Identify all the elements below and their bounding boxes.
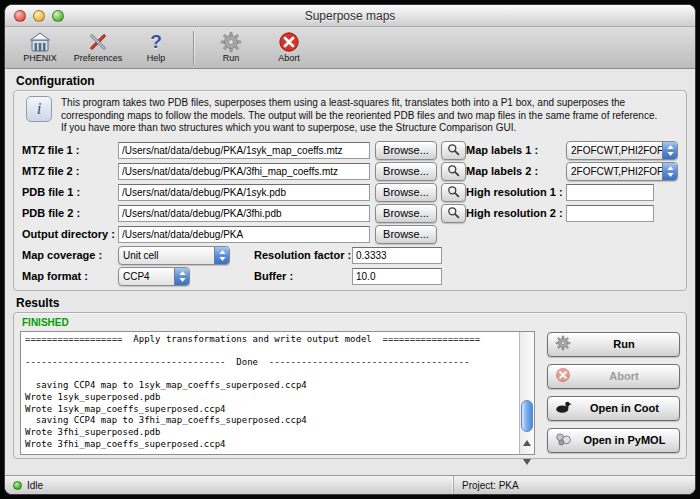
output-directory-browse-button[interactable]: Browse... — [375, 225, 437, 244]
map-labels-1-dropdown[interactable]: 2FOFCWT,PHI2FOF... — [566, 141, 678, 160]
toolbar-item-run[interactable]: Run — [202, 29, 260, 63]
pdb-file-1-input[interactable] — [118, 184, 370, 201]
mtz-file-2-row: MTZ file 2 : Browse... Map labels 2 : — [22, 161, 678, 182]
toolbar-item-preferences[interactable]: Preferences — [69, 29, 127, 63]
abort-button-label: Abort — [576, 370, 672, 382]
mtz-file-2-label: MTZ file 2 : — [22, 165, 118, 177]
toolbar-label-abort: Abort — [278, 53, 300, 63]
open-in-pymol-button-label: Open in PyMOL — [577, 434, 672, 446]
map-coverage-dropdown[interactable]: Unit cell — [118, 246, 230, 265]
toolbar-label-preferences: Preferences — [74, 53, 123, 63]
pdb-file-2-browse-button[interactable]: Browse... — [375, 204, 437, 223]
content-area: Configuration i This program takes two P… — [5, 69, 695, 475]
toolbar: PHENIX Preferences ? Help — [5, 27, 695, 69]
map-labels-1-label: Map labels 1 : — [466, 144, 566, 156]
mtz-file-1-browse-button[interactable]: Browse... — [375, 141, 437, 160]
high-resolution-2-label: High resolution 2 : — [466, 207, 566, 219]
pdb-file-1-browse-button[interactable]: Browse... — [375, 183, 437, 202]
magnifier-icon — [447, 206, 460, 221]
gear-icon — [555, 335, 571, 353]
scrollbar-arrows — [520, 431, 534, 453]
map-labels-2-label: Map labels 2 : — [466, 165, 566, 177]
results-section-title: Results — [16, 296, 687, 310]
map-labels-1-value: 2FOFCWT,PHI2FOF... — [567, 142, 662, 159]
description-text: This program takes two PDB files, superp… — [61, 96, 676, 135]
configuration-section-title: Configuration — [16, 74, 687, 88]
close-button[interactable] — [14, 10, 26, 22]
help-icon: ? — [144, 30, 168, 54]
map-coverage-slot: Unit cell — [118, 246, 254, 265]
open-in-coot-button[interactable]: Open in Coot — [547, 396, 680, 421]
mtz-file-1-label: MTZ file 1 : — [22, 144, 118, 156]
configuration-groupbox: i This program takes two PDB files, supe… — [13, 90, 687, 291]
scrollbar-thumb[interactable] — [521, 400, 533, 432]
open-in-coot-button-label: Open in Coot — [577, 402, 672, 414]
magnifier-icon — [447, 185, 460, 200]
dropdown-arrows-icon — [174, 268, 189, 285]
toolbar-separator — [193, 31, 194, 65]
high-resolution-1-label: High resolution 1 : — [466, 186, 566, 198]
map-coverage-value: Unit cell — [119, 247, 214, 264]
results-body: ================== Apply transformations… — [20, 331, 680, 455]
abort-icon — [555, 367, 571, 385]
toolbar-label-run: Run — [223, 53, 240, 63]
coot-bird-icon — [555, 400, 572, 416]
pdb-file-2-row: PDB file 2 : Browse... High resolution 2 — [22, 203, 678, 224]
mtz-file-2-browse-button[interactable]: Browse... — [375, 162, 437, 181]
app-window: Superpose maps PHENIX — [4, 4, 696, 495]
scroll-down-arrow-icon[interactable] — [523, 451, 531, 469]
buffer-input[interactable] — [352, 268, 442, 285]
phenix-home-icon — [28, 30, 52, 54]
mtz-file-1-input[interactable] — [118, 142, 370, 159]
toolbar-item-help[interactable]: ? Help — [127, 29, 185, 63]
mtz-file-1-row: MTZ file 1 : Browse... Map labels 1 : — [22, 140, 678, 161]
high-resolution-1-input[interactable] — [566, 184, 654, 201]
project-pane: Project: PKA — [453, 476, 695, 494]
results-groupbox: FINISHED ================== Apply transf… — [13, 312, 687, 459]
project-label: Project: PKA — [462, 480, 519, 491]
map-format-value: CCP4 — [119, 268, 174, 285]
pdb-file-2-preview-button[interactable] — [441, 204, 466, 223]
toolbar-item-abort[interactable]: Abort — [260, 29, 318, 63]
magnifier-icon — [447, 143, 460, 158]
run-button[interactable]: Run — [547, 332, 680, 357]
gear-icon — [219, 30, 243, 54]
console-scrollbar[interactable] — [519, 332, 534, 454]
pdb-file-2-input[interactable] — [118, 205, 370, 222]
pdb-file-1-label: PDB file 1 : — [22, 186, 118, 198]
pdb-file-1-preview-button[interactable] — [441, 183, 466, 202]
scroll-up-arrow-icon[interactable] — [523, 433, 531, 451]
map-format-slot: CCP4 — [118, 267, 254, 286]
console-output[interactable]: ================== Apply transformations… — [21, 332, 519, 454]
resolution-factor-input[interactable] — [352, 247, 442, 264]
mtz-file-2-input[interactable] — [118, 163, 370, 180]
map-labels-2-dropdown[interactable]: 2FOFCWT,PHI2FOF... — [566, 162, 678, 181]
pdb-file-2-label: PDB file 2 : — [22, 207, 118, 219]
abort-button[interactable]: Abort — [547, 364, 680, 389]
minimize-button[interactable] — [33, 10, 45, 22]
open-in-pymol-button[interactable]: Open in PyMOL — [547, 428, 680, 453]
resolution-factor-label: Resolution factor : — [254, 249, 352, 261]
status-dot-icon — [13, 481, 22, 490]
map-format-dropdown[interactable]: CCP4 — [118, 267, 190, 286]
status-text: Idle — [27, 480, 43, 491]
toolbar-item-phenix[interactable]: PHENIX — [11, 29, 69, 63]
map-coverage-row: Map coverage : Unit cell Resolution fact… — [22, 245, 678, 266]
status-pane: Idle — [5, 476, 453, 494]
mtz-file-2-preview-button[interactable] — [441, 162, 466, 181]
info-icon: i — [26, 96, 52, 122]
mtz-file-1-preview-button[interactable] — [441, 141, 466, 160]
pymol-icon — [555, 432, 572, 448]
run-button-label: Run — [576, 338, 672, 350]
high-resolution-2-input[interactable] — [566, 205, 654, 222]
output-directory-input[interactable] — [118, 226, 370, 243]
output-directory-row: Output directory : Browse... — [22, 224, 678, 245]
dropdown-arrows-icon — [662, 163, 677, 180]
toolbar-label-help: Help — [147, 53, 166, 63]
zoom-button[interactable] — [52, 10, 64, 22]
map-coverage-label: Map coverage : — [22, 249, 118, 261]
titlebar[interactable]: Superpose maps — [5, 5, 695, 27]
results-action-buttons: Run Abort — [547, 331, 680, 455]
console-output-area: ================== Apply transformations… — [20, 331, 535, 455]
map-format-label: Map format : — [22, 270, 118, 282]
